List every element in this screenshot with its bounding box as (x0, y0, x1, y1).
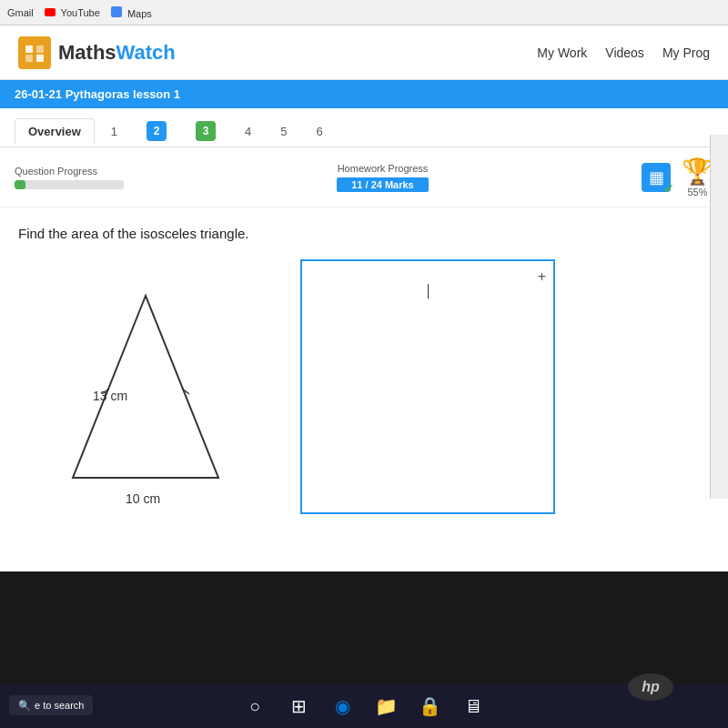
question-progress-bar (15, 180, 124, 189)
tab-overview[interactable]: Overview (15, 118, 95, 144)
svg-rect-0 (25, 46, 33, 53)
question-text: Find the area of the isosceles triangle. (18, 226, 710, 241)
monitor-icon: 🖥 (464, 696, 482, 717)
trophy-icon: 🏆 (682, 157, 713, 187)
tab-5[interactable]: 5 (268, 119, 299, 144)
percent-label: 55% (687, 187, 707, 197)
side-label: 13 cm (93, 389, 127, 403)
search-icon: 🔍 (18, 700, 31, 712)
windows-icon: ⊞ (291, 695, 307, 717)
lock-icon: 🔒 (419, 695, 441, 717)
progress-icons: ▦ ✔ 🏆 55% (642, 157, 713, 197)
maps-tab[interactable]: Maps (111, 6, 152, 19)
search-bar[interactable]: 🔍 e to search (9, 695, 93, 715)
folder-icon: 📁 (375, 695, 398, 717)
calculator-icon[interactable]: ▦ ✔ (642, 163, 671, 192)
homework-label: Homework Progress (338, 163, 429, 174)
side-panel (710, 135, 728, 499)
taskbar-lock[interactable]: 🔒 (415, 692, 444, 721)
tab-2[interactable]: 2 (134, 116, 179, 147)
search-taskbar-icon: ○ (249, 696, 260, 717)
taskbar: 🔍 e to search ○ ⊞ ◉ 📁 🔒 🖥 hp (0, 684, 728, 728)
check-icon: ✔ (663, 181, 674, 196)
triangle-diagram: 13 cm 10 cm (18, 259, 273, 514)
question-progress-label: Question Progress (15, 166, 124, 177)
taskbar-search[interactable]: ○ (240, 692, 269, 721)
hp-logo: hp (628, 673, 673, 701)
youtube-tab[interactable]: YouTube (45, 7, 100, 18)
tab-3[interactable]: 3 (183, 116, 228, 147)
brand-name: MathsWatch (58, 41, 176, 65)
taskbar-windows[interactable]: ⊞ (284, 692, 313, 721)
homework-marks: 11 / 24 Marks (337, 177, 429, 192)
taskbar-edge[interactable]: ◉ (328, 692, 357, 721)
tab-3-badge: 3 (196, 121, 216, 141)
tab-6[interactable]: 6 (304, 119, 336, 144)
question-progress: Question Progress (15, 166, 124, 189)
question-area: Find the area of the isosceles triangle.… (0, 207, 728, 571)
brand: MathsWatch (18, 36, 176, 69)
gmail-tab[interactable]: Gmail (7, 7, 34, 18)
homework-progress: Homework Progress 11 / 24 Marks (337, 163, 429, 192)
base-label: 10 cm (126, 491, 160, 506)
navbar: MathsWatch My Work Videos My Prog (0, 25, 728, 80)
tab-2-badge: 2 (147, 121, 167, 141)
my-progress-link[interactable]: My Prog (662, 46, 710, 60)
browser-bar: Gmail YouTube Maps (0, 0, 728, 25)
edge-icon: ◉ (335, 695, 350, 717)
svg-rect-1 (36, 46, 44, 53)
text-cursor (428, 284, 429, 298)
expand-icon[interactable]: + (538, 268, 546, 285)
taskbar-monitor[interactable]: 🖥 (459, 692, 488, 721)
lesson-header: 26-01-21 Pythagoras lesson 1 (0, 80, 728, 108)
lesson-title: 26-01-21 Pythagoras lesson 1 (15, 87, 180, 101)
question-progress-fill (15, 180, 25, 189)
tab-4[interactable]: 4 (232, 119, 264, 144)
taskbar-files[interactable]: 📁 (371, 692, 400, 721)
svg-marker-4 (73, 296, 218, 478)
svg-rect-3 (36, 55, 44, 62)
search-placeholder: e to search (35, 700, 84, 711)
tabs-section: Overview 1 2 3 4 5 6 (0, 108, 728, 147)
videos-link[interactable]: Videos (605, 46, 644, 60)
navbar-links: My Work Videos My Prog (537, 46, 710, 60)
triangle-svg: 13 cm 10 cm (18, 259, 273, 514)
question-content: 13 cm 10 cm + (18, 259, 710, 514)
my-work-link[interactable]: My Work (537, 46, 587, 60)
tab-1[interactable]: 1 (98, 119, 130, 144)
progress-section: Question Progress Homework Progress 11 /… (0, 147, 728, 207)
svg-rect-2 (25, 55, 33, 62)
answer-box[interactable]: + (300, 259, 555, 514)
brand-icon (18, 36, 51, 69)
